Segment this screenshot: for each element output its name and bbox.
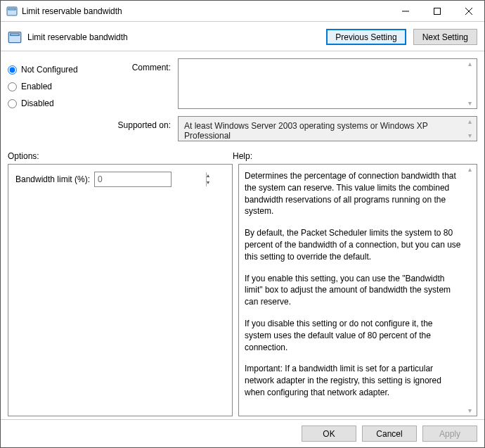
dialog-footer: OK Cancel Apply: [1, 419, 484, 447]
policy-icon: [6, 6, 18, 17]
svg-rect-3: [434, 8, 440, 14]
upper-section: Not Configured Enabled Disabled Comment:…: [1, 51, 484, 151]
help-header: Help:: [233, 151, 252, 161]
scroll-up-icon: ▴: [464, 118, 475, 125]
stepper-buttons[interactable]: ▴ ▾: [206, 172, 209, 186]
comment-label: Comment:: [106, 61, 171, 112]
titlebar: Limit reservable bandwidth: [1, 1, 484, 22]
radio-not-configured-label: Not Configured: [21, 65, 78, 75]
ok-button[interactable]: OK: [302, 425, 356, 442]
bandwidth-limit-label: Bandwidth limit (%):: [15, 174, 90, 184]
scrollbar[interactable]: ▴▾: [464, 166, 475, 414]
svg-rect-1: [8, 8, 15, 10]
help-paragraph: If you disable this setting or do not co…: [245, 318, 461, 353]
radio-not-configured-input[interactable]: [8, 65, 17, 75]
field-labels-column: Comment: Supported on:: [106, 58, 171, 144]
state-radio-group: Not Configured Enabled Disabled: [8, 58, 99, 144]
comment-textarea[interactable]: ▴▾: [178, 58, 477, 109]
step-down-icon: ▾: [207, 179, 209, 186]
radio-enabled[interactable]: Enabled: [8, 78, 99, 95]
scrollbar[interactable]: ▴▾: [464, 118, 475, 139]
help-paragraph: If you enable this setting, you can use …: [245, 273, 461, 308]
scroll-down-icon: ▾: [464, 407, 475, 414]
options-panel: Bandwidth limit (%): ▴ ▾: [8, 164, 233, 416]
next-setting-button[interactable]: Next Setting: [413, 29, 477, 45]
panel-headers: Options: Help:: [1, 151, 484, 164]
maximize-button[interactable]: [421, 1, 453, 21]
step-up-icon: ▴: [207, 172, 209, 179]
minimize-button[interactable]: [389, 1, 421, 21]
header-title: Limit reservable bandwidth: [27, 32, 319, 42]
previous-setting-button[interactable]: Previous Setting: [326, 29, 406, 45]
bandwidth-limit-row: Bandwidth limit (%): ▴ ▾: [15, 172, 225, 187]
cancel-button[interactable]: Cancel: [362, 425, 417, 442]
radio-disabled-label: Disabled: [21, 98, 54, 108]
scroll-up-icon: ▴: [464, 60, 475, 68]
bandwidth-limit-input[interactable]: [95, 172, 206, 186]
panels-row: Bandwidth limit (%): ▴ ▾ Determines the …: [1, 164, 484, 419]
policy-dialog-window: Limit reservable bandwidth Limit reserva…: [0, 0, 485, 448]
help-paragraph: By default, the Packet Scheduler limits …: [245, 227, 461, 262]
radio-disabled[interactable]: Disabled: [8, 95, 99, 112]
svg-rect-7: [11, 34, 20, 36]
help-panel: Determines the percentage of connection …: [238, 164, 477, 416]
minimize-icon: [402, 8, 409, 15]
radio-enabled-input[interactable]: [8, 82, 17, 91]
maximize-icon: [434, 8, 441, 15]
supported-on-label: Supported on:: [106, 119, 171, 144]
options-header: Options:: [8, 151, 233, 161]
radio-disabled-input[interactable]: [8, 99, 17, 108]
radio-not-configured[interactable]: Not Configured: [8, 61, 99, 78]
supported-on-text: At least Windows Server 2003 operating s…: [184, 121, 428, 141]
scroll-up-icon: ▴: [464, 166, 475, 173]
bandwidth-limit-stepper[interactable]: ▴ ▾: [94, 172, 172, 187]
policy-icon: [8, 30, 22, 44]
window-title: Limit reservable bandwidth: [22, 6, 389, 16]
scroll-down-icon: ▾: [464, 132, 475, 139]
header-row: Limit reservable bandwidth Previous Sett…: [1, 22, 484, 51]
scrollbar[interactable]: ▴▾: [464, 60, 475, 107]
close-icon: [465, 8, 472, 15]
close-button[interactable]: [453, 1, 484, 21]
dialog-body: Limit reservable bandwidth Previous Sett…: [1, 22, 484, 447]
radio-enabled-label: Enabled: [21, 82, 52, 91]
help-paragraph: Important: If a bandwidth limit is set f…: [245, 363, 461, 398]
supported-on-box: At least Windows Server 2003 operating s…: [178, 116, 477, 141]
help-paragraph: Determines the percentage of connection …: [245, 170, 461, 217]
scroll-down-icon: ▾: [464, 100, 475, 107]
field-column: ▴▾ At least Windows Server 2003 operatin…: [178, 58, 477, 144]
apply-button[interactable]: Apply: [422, 425, 477, 442]
